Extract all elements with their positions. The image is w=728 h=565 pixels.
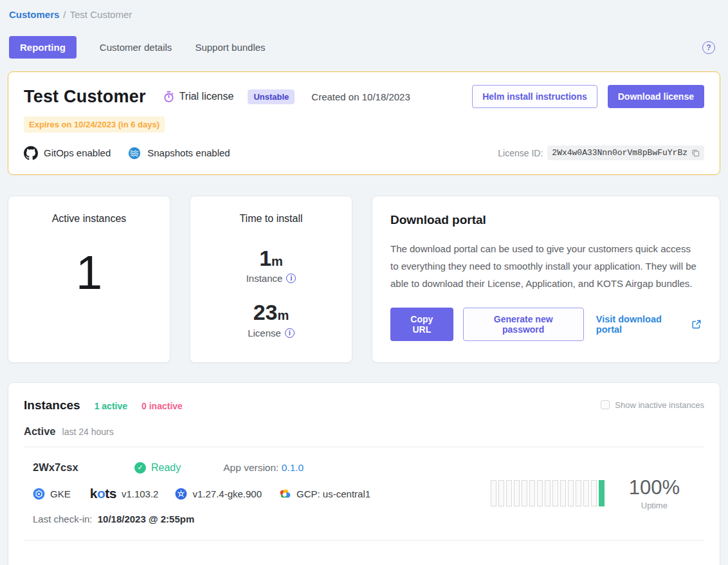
cloud-region-label: GCP: us-central1 [296, 488, 370, 499]
help-icon[interactable]: ? [702, 41, 715, 54]
instance-install-label: Instance [246, 273, 283, 284]
breadcrumb-customers-link[interactable]: Customers [9, 9, 59, 20]
license-id-label: License ID: [498, 148, 543, 158]
show-inactive-toggle[interactable]: Show inactive instances [601, 400, 704, 410]
visit-download-portal-link[interactable]: Visit download portal [596, 314, 702, 335]
instance-status-label: Ready [151, 462, 181, 474]
active-instances-value: 1 [8, 249, 170, 297]
kots-version-label: v1.103.2 [122, 488, 159, 499]
breadcrumb: Customers / Test Customer [8, 9, 720, 20]
app-version-link[interactable]: 0.1.0 [282, 462, 304, 473]
gitops-enabled: GitOps enabled [24, 146, 111, 160]
expires-badge: Expires on 10/24/2023 (in 6 days) [24, 116, 165, 133]
license-type: Trial license [163, 91, 234, 103]
customer-name: Test Customer [24, 87, 146, 107]
gke-icon [33, 488, 45, 500]
distribution-label: GKE [50, 488, 71, 499]
show-inactive-label: Show inactive instances [615, 400, 704, 410]
license-id-value: 2Wx4w0A33Nnn0orVm8pBwFuYrBz [552, 148, 687, 158]
show-inactive-checkbox[interactable] [601, 400, 610, 409]
download-portal-title: Download portal [390, 213, 702, 227]
instance-status: ✓ Ready [134, 462, 181, 474]
active-section-timeframe: last 24 hours [62, 427, 114, 437]
active-section-title: Active [24, 425, 56, 438]
cloud-region: GCP: us-central1 [278, 488, 370, 499]
generate-new-password-button[interactable]: Generate new password [463, 308, 584, 341]
tab-support-bundles[interactable]: Support bundles [195, 42, 265, 53]
distribution: GKE [33, 488, 71, 500]
external-link-icon [691, 319, 702, 329]
uptime-value: 100% [629, 476, 680, 499]
inactive-count: 0 inactive [141, 401, 183, 411]
license-type-label: Trial license [179, 91, 234, 102]
instance-install-time: 1m [190, 246, 352, 270]
copy-url-button[interactable]: Copy URL [390, 308, 453, 341]
tab-customer-details[interactable]: Customer details [100, 42, 172, 53]
uptime-label: Uptime [629, 501, 680, 510]
kots-logo: kots [90, 486, 116, 501]
breadcrumb-separator: / [63, 9, 66, 20]
trial-timer-icon [163, 91, 175, 103]
github-icon [24, 146, 38, 160]
instance-row[interactable]: 2Wx7csx ✓ Ready App version: 0.1.0 [24, 447, 704, 524]
uptime-bars [491, 480, 605, 506]
snapshots-waves-icon [127, 146, 141, 160]
app-version: App version: 0.1.0 [223, 462, 304, 474]
instance-id[interactable]: 2Wx7csx [33, 461, 134, 474]
download-portal-description: The download portal can be used to give … [390, 240, 699, 292]
active-count: 1 active [95, 401, 127, 411]
license-id-chip[interactable]: 2Wx4w0A33Nnn0orVm8pBwFuYrBz [547, 145, 704, 160]
copy-icon[interactable] [691, 149, 700, 157]
license-install-label: License [248, 328, 281, 338]
instance-info-icon[interactable]: i [286, 273, 296, 283]
uptime-summary: 100% Uptime [629, 476, 680, 510]
channel-badge: Unstable [248, 89, 295, 104]
instances-title: Instances [24, 398, 80, 412]
k8s-version: v1.27.4-gke.900 [175, 488, 262, 500]
helm-install-instructions-button[interactable]: Helm install instructions [472, 85, 597, 108]
active-instances-card: Active instances 1 [8, 196, 170, 363]
active-instances-title: Active instances [8, 213, 170, 225]
snapshots-enabled-label: Snapshots enabled [147, 147, 230, 158]
tab-bar: Reporting Customer details Support bundl… [8, 36, 720, 59]
gcp-icon [278, 488, 291, 499]
license-install-time: 23m [190, 301, 352, 324]
breadcrumb-current: Test Customer [70, 9, 132, 20]
time-to-install-title: Time to install [190, 213, 352, 225]
last-checkin: Last check-in: 10/18/2023 @ 2:55pm [33, 514, 491, 524]
tab-reporting[interactable]: Reporting [9, 36, 77, 59]
last-checkin-value: 10/18/2023 @ 2:55pm [98, 514, 195, 524]
time-to-install-card: Time to install 1m Instance i 23m Licens… [190, 196, 352, 363]
customer-summary-card: Test Customer Trial license Unstable Cre… [8, 71, 720, 175]
download-license-button[interactable]: Download license [608, 85, 704, 108]
k8s-version-label: v1.27.4-gke.900 [192, 488, 262, 499]
kubernetes-icon [175, 488, 187, 500]
instances-card: Instances 1 active 0 inactive Show inact… [8, 382, 720, 565]
download-portal-card: Download portal The download portal can … [372, 196, 720, 363]
created-date: Created on 10/18/2023 [311, 91, 410, 102]
ready-check-icon: ✓ [134, 462, 146, 474]
gitops-enabled-label: GitOps enabled [44, 147, 111, 158]
kots-version: kots v1.103.2 [90, 486, 159, 501]
license-info-icon[interactable]: i [285, 328, 295, 338]
snapshots-enabled: Snapshots enabled [127, 146, 230, 160]
